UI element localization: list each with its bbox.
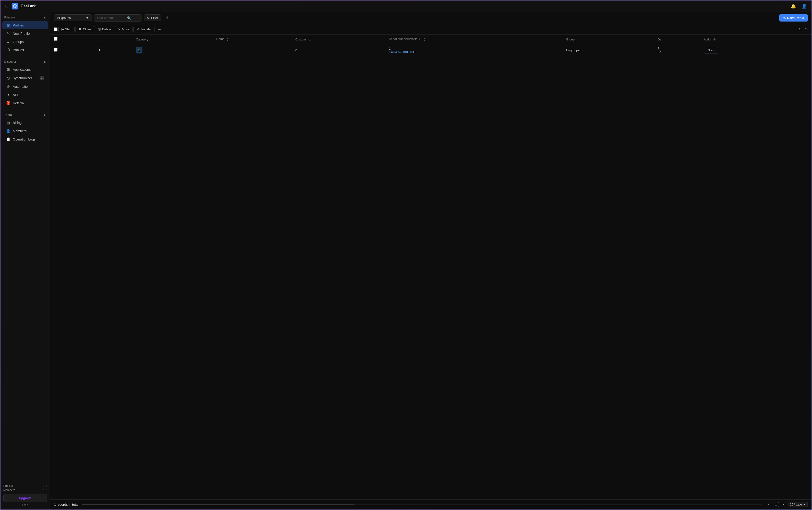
applications-icon: ⊞ — [6, 67, 10, 72]
sidebar-item-operation-logs[interactable]: 📋 Operation Logs — [2, 135, 48, 143]
sidebar-item-synchronizer[interactable]: ◎ Synchronizer ● — [2, 74, 48, 82]
upgrade-button[interactable]: Upgrade — [3, 494, 47, 502]
transfer-label: Transfer — [140, 27, 152, 31]
col-checkbox — [50, 34, 95, 44]
sidebar-primary-label: Primary — [4, 16, 15, 19]
sidebar-item-new-profile[interactable]: ✎ New Profile — [2, 30, 48, 38]
move-icon: ⤷ — [118, 27, 121, 31]
profiles-stat-label: Profiles — [3, 484, 13, 487]
synchronizer-badge: ● — [39, 76, 44, 81]
move-button[interactable]: ⤷ Move — [115, 26, 133, 32]
start-icon: ▶ — [61, 27, 64, 31]
prev-page-button[interactable]: ‹ — [766, 502, 771, 507]
move-label: Move — [122, 27, 129, 31]
start-row-button[interactable]: Start — [704, 47, 718, 54]
sidebar-item-api[interactable]: ✦ API — [2, 91, 48, 99]
sidebar-new-profile-label: New Profile — [13, 32, 30, 35]
sidebar-item-applications[interactable]: ⊞ Applications — [2, 65, 48, 73]
filter-button[interactable]: ⚙ Filter — [144, 14, 161, 21]
col-serial[interactable]: Serial number/Profile ID ▲▼ — [385, 34, 562, 44]
more-actions-button[interactable]: ••• — [156, 26, 164, 32]
app-name: GeeLark — [21, 4, 36, 8]
transfer-icon: ↗ — [137, 27, 139, 31]
table-container: # Category Name ▲▼ Custom no. Serial num… — [50, 34, 812, 499]
sidebar-item-profiles[interactable]: ⊟ Profiles — [2, 21, 48, 29]
synchronizer-icon: ◎ — [6, 76, 10, 80]
group-select-dropdown[interactable]: All groups ▼ — [54, 14, 92, 21]
members-stat-value: 1/2 — [43, 488, 47, 492]
profiles-stat-row: Profiles 1/2 — [3, 484, 47, 487]
topbar-icons: 🔔 👤 — [790, 3, 808, 10]
serial-sort-icon: ▲▼ — [423, 37, 426, 42]
chevron-up-icon: ▲ — [43, 16, 46, 19]
new-profile-button-label: New Profile — [787, 16, 804, 20]
profile-id[interactable]: 544745678048335113 — [389, 50, 559, 54]
col-name[interactable]: Name ▲▼ — [212, 34, 291, 44]
user-menu-button[interactable]: 👤 — [801, 3, 808, 10]
page-size-label: 20 / page — [790, 503, 802, 506]
notification-button[interactable]: 🔔 — [790, 3, 797, 10]
sidebar-discover-label: Discover — [4, 60, 16, 63]
delete-icon: 🗑 — [98, 27, 101, 31]
delete-button[interactable]: 🗑 Delete — [95, 26, 114, 32]
collapse-sidebar-button[interactable]: ⊞ — [4, 3, 9, 9]
members-icon: 👤 — [6, 129, 10, 133]
sidebar-synchronizer-label: Synchronizer — [13, 76, 32, 80]
close-all-button[interactable]: ⏹ Close — [76, 26, 94, 32]
plus-icon: ✎ — [783, 16, 786, 20]
trash-button[interactable]: 🗑 — [164, 15, 171, 21]
records-total: 1 records in total — [54, 503, 79, 506]
action-col-settings-button[interactable]: ⚙ — [713, 38, 716, 41]
col-action: Action ⚙ — [700, 34, 812, 44]
column-settings-button[interactable]: ⚙ — [805, 27, 808, 31]
table-row: 1 📱 0 2 544745678048335113 Ungrouped An — [50, 44, 812, 56]
sidebar-item-referral[interactable]: 🎁 Referral — [2, 99, 48, 107]
sidebar-item-automation[interactable]: ⊙ Automation — [2, 83, 48, 91]
profiles-table: # Category Name ▲▼ Custom no. Serial num… — [50, 34, 812, 56]
group-select-label: All groups — [57, 16, 71, 20]
search-input[interactable] — [97, 16, 126, 20]
horizontal-scrollbar[interactable] — [82, 504, 762, 505]
delete-label: Delete — [102, 27, 111, 31]
sidebar-item-billing[interactable]: ▤ Billing — [2, 119, 48, 127]
page-size-selector[interactable]: 20 / page ▼ — [788, 502, 808, 507]
transfer-button[interactable]: ↗ Transfer — [134, 26, 155, 32]
sidebar-discover-header[interactable]: Discover ▲ — [0, 58, 50, 65]
row-group-cell: Ungrouped — [562, 44, 654, 56]
sidebar-api-label: API — [13, 93, 18, 97]
billing-icon: ▤ — [6, 121, 10, 125]
profiles-icon: ⊟ — [6, 23, 10, 27]
chevron-up-icon-2: ▲ — [43, 60, 46, 63]
col-category: Category — [132, 34, 212, 44]
col-group: Group — [562, 34, 654, 44]
operation-logs-icon: 📋 — [6, 137, 10, 142]
sidebar-team-header[interactable]: Team ▲ — [0, 111, 50, 119]
sidebar-primary-header[interactable]: Primary ▲ — [0, 14, 50, 21]
sidebar-item-members[interactable]: 👤 Members — [2, 127, 48, 135]
search-icon: 🔍 — [127, 16, 131, 20]
new-profile-button[interactable]: ✎ New Profile — [779, 14, 808, 22]
row-checkbox[interactable] — [54, 48, 57, 52]
row-de-cell: An Br — [654, 44, 700, 56]
sidebar-proxies-label: Proxies — [13, 48, 24, 52]
table-header-row: # Category Name ▲▼ Custom no. Serial num… — [50, 34, 812, 44]
page-1-button[interactable]: 1 — [773, 502, 779, 507]
sidebar-item-proxies[interactable]: ⬡ Proxies — [2, 46, 48, 54]
row-number-cell: 1 — [95, 44, 132, 56]
header-checkbox[interactable] — [54, 37, 57, 41]
profiles-stat-value: 1/2 — [43, 484, 47, 487]
next-page-button[interactable]: › — [781, 502, 786, 507]
red-arrow-annotation: ↑ — [710, 54, 713, 61]
sidebar-members-label: Members — [13, 129, 27, 133]
row-action-cell: Start ↑ ⋮ — [700, 44, 812, 56]
select-all-checkbox[interactable] — [54, 27, 57, 31]
topbar-left: ⊞ GeeLark — [4, 3, 36, 9]
start-all-button[interactable]: ▶ Start — [58, 26, 75, 32]
sidebar-referral-label: Referral — [13, 101, 25, 105]
row-more-button[interactable]: ⋮ — [720, 48, 724, 53]
automation-icon: ⊙ — [6, 85, 10, 89]
sidebar-profiles-label: Profiles — [13, 23, 24, 27]
page-size-chevron: ▼ — [803, 503, 806, 506]
sidebar-item-groups[interactable]: ≡ Groups — [2, 38, 48, 46]
refresh-button[interactable]: ↻ — [796, 26, 804, 32]
